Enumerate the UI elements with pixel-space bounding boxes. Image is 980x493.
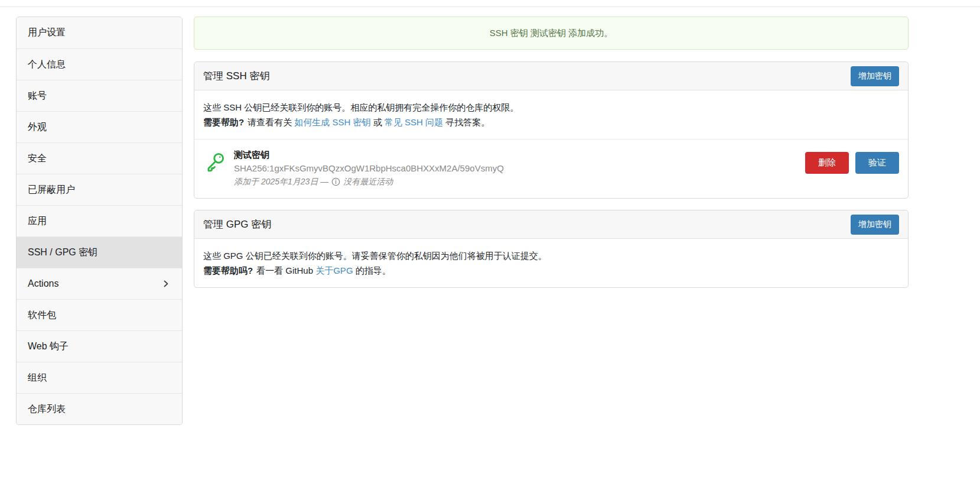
gpg-keys-panel: 管理 GPG 密钥 增加密钥 这些 GPG 公钥已经关联到你的账号。请妥善保管你… — [194, 210, 909, 288]
ssh-key-name: 测试密钥 — [234, 148, 805, 161]
chevron-right-icon — [161, 279, 171, 288]
ssh-keys-panel: 管理 SSH 密钥 增加密钥 这些 SSH 公钥已经关联到你的账号。相应的私钥拥… — [194, 61, 909, 199]
sidebar-item-ssh-gpg-keys[interactable]: SSH / GPG 密钥 — [17, 236, 182, 268]
sidebar-item-appearance[interactable]: 外观 — [17, 111, 182, 142]
sidebar-item-label: 组织 — [28, 372, 47, 384]
sidebar-item-repositories[interactable]: 仓库列表 — [17, 393, 182, 424]
sidebar-item-label: 安全 — [28, 153, 47, 165]
sidebar-item-applications[interactable]: 应用 — [17, 205, 182, 236]
ssh-key-added-date: 添加于 2025年1月23日 — — [234, 175, 328, 189]
sidebar-item-label: 外观 — [28, 121, 47, 134]
sidebar-item-organizations[interactable]: 组织 — [17, 362, 182, 393]
sidebar-item-label: Actions — [28, 278, 58, 289]
info-icon — [331, 177, 340, 186]
ssh-help-line: 需要帮助?请查看有关 如何生成 SSH 密钥 或 常见 SSH 问题 寻找答案。 — [203, 115, 899, 129]
sidebar-item-label: 软件包 — [28, 309, 56, 322]
success-alert: SSH 密钥 测试密钥 添加成功。 — [194, 17, 909, 50]
ssh-key-info: 测试密钥 SHA256:1gxFKsGmyvBQzxOgW1RbpHsca0BH… — [234, 148, 805, 189]
sidebar-item-blocked-users[interactable]: 已屏蔽用户 — [17, 174, 182, 205]
settings-content: SSH 密钥 测试密钥 添加成功。 管理 SSH 密钥 增加密钥 这些 SSH … — [194, 17, 909, 299]
sidebar-header-user-settings: 用户设置 — [17, 17, 182, 48]
about-gpg-link[interactable]: 关于GPG — [315, 265, 353, 275]
sidebar-item-label: 个人信息 — [28, 59, 66, 71]
sidebar-item-security[interactable]: 安全 — [17, 142, 182, 174]
ssh-panel-header: 管理 SSH 密钥 增加密钥 — [194, 62, 908, 90]
sidebar-item-actions[interactable]: Actions — [17, 268, 182, 299]
verify-key-button[interactable]: 验证 — [855, 152, 899, 174]
ssh-help-mid: 或 — [371, 117, 385, 127]
sidebar-item-label: 应用 — [28, 215, 47, 228]
ssh-key-date-line: 添加于 2025年1月23日 — 没有最近活动 — [234, 175, 805, 189]
ssh-key-fingerprint: SHA256:1gxFKsGmyvBQzxOgW1RbpHsca0BHXXxM2… — [234, 161, 805, 175]
ssh-key-activity: 没有最近活动 — [343, 175, 393, 189]
ssh-help-bold: 需要帮助? — [203, 117, 244, 127]
ssh-panel-title: 管理 SSH 密钥 — [203, 69, 269, 83]
ssh-panel-description: 这些 SSH 公钥已经关联到你的账号。相应的私钥拥有完全操作你的仓库的权限。 需… — [194, 90, 908, 139]
ssh-key-row: 测试密钥 SHA256:1gxFKsGmyvBQzxOgW1RbpHsca0BH… — [194, 139, 908, 198]
ssh-key-actions: 删除 验证 — [805, 152, 899, 174]
gpg-help-bold: 需要帮助吗? — [203, 265, 253, 275]
ssh-help-pre: 请查看有关 — [248, 117, 294, 127]
gpg-panel-header: 管理 GPG 密钥 增加密钥 — [194, 210, 908, 239]
ssh-help-post: 寻找答案。 — [443, 117, 490, 127]
sidebar-item-profile[interactable]: 个人信息 — [17, 48, 182, 80]
success-alert-text: SSH 密钥 测试密钥 添加成功。 — [490, 28, 613, 39]
sidebar-item-label: 用户设置 — [28, 27, 66, 39]
generate-ssh-key-link[interactable]: 如何生成 SSH 密钥 — [294, 117, 370, 127]
sidebar-item-label: SSH / GPG 密钥 — [28, 246, 97, 259]
sidebar-item-webhooks[interactable]: Web 钩子 — [17, 330, 182, 362]
navbar-bottom-border — [0, 7, 980, 7]
sidebar-item-account[interactable]: 账号 — [17, 80, 182, 111]
sidebar-item-label: 已屏蔽用户 — [28, 184, 75, 196]
gpg-panel-title: 管理 GPG 密钥 — [203, 218, 271, 231]
add-gpg-key-button[interactable]: 增加密钥 — [851, 215, 899, 235]
gpg-help-pre: 看一看 GitHub — [256, 265, 315, 275]
ssh-key-icon — [204, 151, 226, 173]
sidebar-item-label: Web 钩子 — [28, 340, 69, 353]
settings-sidebar: 用户设置 个人信息 账号 外观 安全 已屏蔽用户 应用 SSH / GPG 密钥… — [16, 17, 183, 425]
add-ssh-key-button[interactable]: 增加密钥 — [851, 66, 899, 86]
common-ssh-issues-link[interactable]: 常见 SSH 问题 — [385, 117, 443, 127]
gpg-panel-description: 这些 GPG 公钥已经关联到你的账号。请妥善保管你的私钥因为他们将被用于认证提交… — [194, 239, 908, 287]
delete-key-button[interactable]: 删除 — [805, 152, 849, 174]
gpg-help-line: 需要帮助吗?看一看 GitHub 关于GPG 的指导。 — [203, 263, 899, 278]
sidebar-item-label: 账号 — [28, 90, 47, 102]
sidebar-item-packages[interactable]: 软件包 — [17, 299, 182, 330]
gpg-desc-line: 这些 GPG 公钥已经关联到你的账号。请妥善保管你的私钥因为他们将被用于认证提交… — [203, 248, 899, 263]
sidebar-item-label: 仓库列表 — [28, 403, 66, 416]
ssh-desc-line: 这些 SSH 公钥已经关联到你的账号。相应的私钥拥有完全操作你的仓库的权限。 — [203, 100, 899, 115]
gpg-help-post: 的指导。 — [353, 265, 391, 275]
